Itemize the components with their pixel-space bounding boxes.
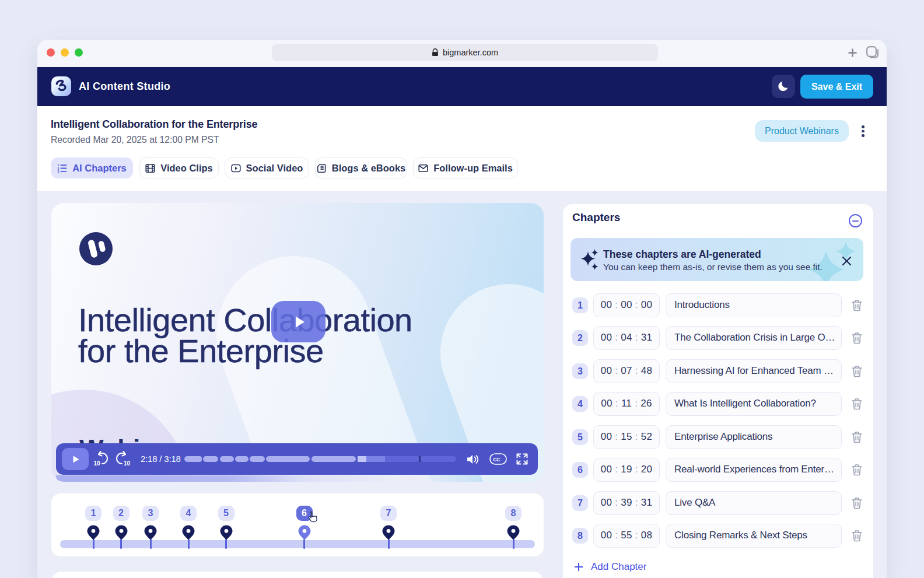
svg-text:3: 3 xyxy=(58,169,60,173)
svg-text:10: 10 xyxy=(124,460,131,467)
svg-text:10: 10 xyxy=(94,460,101,467)
svg-text:CC: CC xyxy=(493,457,500,463)
